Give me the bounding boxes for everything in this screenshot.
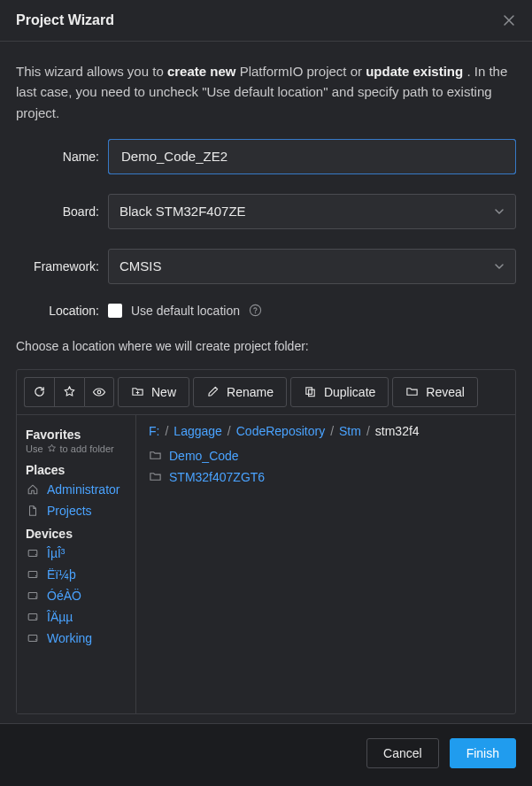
svg-point-2 xyxy=(97,390,101,394)
device-label: ÓéÀÖ xyxy=(47,589,81,603)
file-split: Favorites Use to add folder Places Admin… xyxy=(17,415,515,713)
duplicate-icon xyxy=(304,385,317,398)
new-folder-icon xyxy=(131,385,144,398)
intro-b1: create new xyxy=(167,64,236,79)
titlebar: Project Wizard xyxy=(0,0,532,42)
drive-icon xyxy=(26,632,40,644)
place-label: Administrator xyxy=(47,482,120,497)
reveal-button[interactable]: Reveal xyxy=(392,377,478,407)
svg-rect-11 xyxy=(28,613,37,620)
intro-text: This wizard allows you to create new Pla… xyxy=(16,61,516,123)
refresh-button[interactable] xyxy=(24,377,54,407)
sidebar-place-administrator[interactable]: Administrator xyxy=(24,479,128,500)
sidebar-device-3[interactable]: ÎÄµµ xyxy=(24,606,128,628)
crumb-2[interactable]: Stm xyxy=(339,424,361,438)
home-icon xyxy=(26,483,40,496)
file-panel: New Rename Duplicate Reveal Fav xyxy=(16,369,516,714)
sidebar-device-1[interactable]: Ëï¼þ xyxy=(24,564,128,585)
sidebar: Favorites Use to add folder Places Admin… xyxy=(17,415,136,713)
svg-rect-5 xyxy=(28,550,37,556)
default-location-text: Use default location xyxy=(131,304,240,318)
crumb-sep: / xyxy=(165,424,168,438)
device-label: ÎµÎ³ xyxy=(47,546,66,560)
pencil-icon xyxy=(206,385,220,398)
star-icon xyxy=(47,443,57,453)
cancel-button[interactable]: Cancel xyxy=(366,738,439,768)
board-select[interactable]: Black STM32F407ZE xyxy=(108,194,516,229)
crumb-sep: / xyxy=(227,424,231,438)
svg-rect-13 xyxy=(28,635,37,641)
crumb-sep: / xyxy=(366,424,370,438)
device-label: Ëï¼þ xyxy=(47,567,76,582)
folder-name: STM32f407ZGT6 xyxy=(169,470,265,484)
drive-icon xyxy=(26,611,40,623)
name-input[interactable] xyxy=(120,148,505,165)
sidebar-places-title: Places xyxy=(26,463,127,477)
folder-icon xyxy=(149,470,162,483)
row-location: Location: Use default location xyxy=(16,304,516,318)
chevron-down-icon xyxy=(494,261,505,272)
board-label: Board: xyxy=(16,204,99,219)
sidebar-devices-title: Devices xyxy=(26,527,127,541)
crumb-1[interactable]: CodeRepository xyxy=(236,424,325,438)
sidebar-favorites-hint: Use to add folder xyxy=(26,443,127,454)
sidebar-device-2[interactable]: ÓéÀÖ xyxy=(24,585,128,606)
folder-item-0[interactable]: Demo_Code xyxy=(149,445,503,466)
sidebar-place-projects[interactable]: Projects xyxy=(24,500,128,521)
hint-pre: Use xyxy=(26,443,43,454)
hint-post: to add folder xyxy=(60,443,114,454)
sidebar-device-4[interactable]: Working xyxy=(24,628,128,649)
favorite-button[interactable] xyxy=(54,377,84,407)
help-icon[interactable] xyxy=(249,304,262,317)
svg-rect-9 xyxy=(28,592,37,598)
intro-b2: update existing xyxy=(366,64,463,79)
choose-location-text: Choose a location where we will create p… xyxy=(16,339,516,353)
crumb-current: stm32f4 xyxy=(375,424,420,438)
new-label: New xyxy=(151,385,176,399)
folder-item-1[interactable]: STM32f407ZGT6 xyxy=(149,466,503,488)
reveal-icon xyxy=(405,385,419,398)
star-icon xyxy=(63,385,76,398)
crumb-0[interactable]: Laggage xyxy=(173,424,222,438)
svg-point-12 xyxy=(35,618,36,619)
folder-name: Demo_Code xyxy=(169,449,239,463)
form-rows: Name: Board: Black STM32F407ZE Framework… xyxy=(16,139,516,318)
eye-icon xyxy=(92,385,106,399)
show-hidden-button[interactable] xyxy=(84,377,114,407)
drive-icon xyxy=(26,590,40,602)
device-label: ÎÄµµ xyxy=(47,610,73,624)
duplicate-button[interactable]: Duplicate xyxy=(290,377,389,407)
svg-point-1 xyxy=(255,312,257,314)
sidebar-favorites-title: Favorites xyxy=(26,428,127,442)
close-button[interactable] xyxy=(502,13,516,27)
sidebar-device-0[interactable]: ÎµÎ³ xyxy=(24,543,128,564)
svg-point-8 xyxy=(35,575,36,576)
device-label: Working xyxy=(47,631,92,645)
crumb-sep: / xyxy=(330,424,334,438)
modal-body: This wizard allows you to create new Pla… xyxy=(0,42,532,723)
location-inline: Use default location xyxy=(108,304,262,318)
toolbar-view-group xyxy=(24,377,114,407)
file-main: F: / Laggage / CodeRepository / Stm / st… xyxy=(136,415,515,713)
new-folder-button[interactable]: New xyxy=(118,377,189,407)
row-name: Name: xyxy=(16,139,516,174)
name-input-wrap[interactable] xyxy=(108,139,516,174)
rename-label: Rename xyxy=(227,385,274,399)
svg-point-6 xyxy=(35,554,36,555)
file-toolbar: New Rename Duplicate Reveal xyxy=(17,370,515,415)
finish-button[interactable]: Finish xyxy=(450,738,516,768)
drive-icon xyxy=(26,547,40,559)
intro-mid: PlatformIO project or xyxy=(240,64,366,79)
framework-select[interactable]: CMSIS xyxy=(108,249,516,284)
framework-label: Framework: xyxy=(16,259,99,274)
place-label: Projects xyxy=(47,504,92,518)
crumb-root[interactable]: F: xyxy=(149,424,159,438)
rename-button[interactable]: Rename xyxy=(193,377,287,407)
cancel-label: Cancel xyxy=(383,746,422,760)
framework-value: CMSIS xyxy=(120,258,162,274)
intro-pre1: This wizard allows you to xyxy=(16,64,167,79)
row-framework: Framework: CMSIS xyxy=(16,249,516,284)
default-location-checkbox[interactable] xyxy=(108,304,122,318)
name-label: Name: xyxy=(16,150,99,164)
breadcrumbs: F: / Laggage / CodeRepository / Stm / st… xyxy=(149,424,503,438)
